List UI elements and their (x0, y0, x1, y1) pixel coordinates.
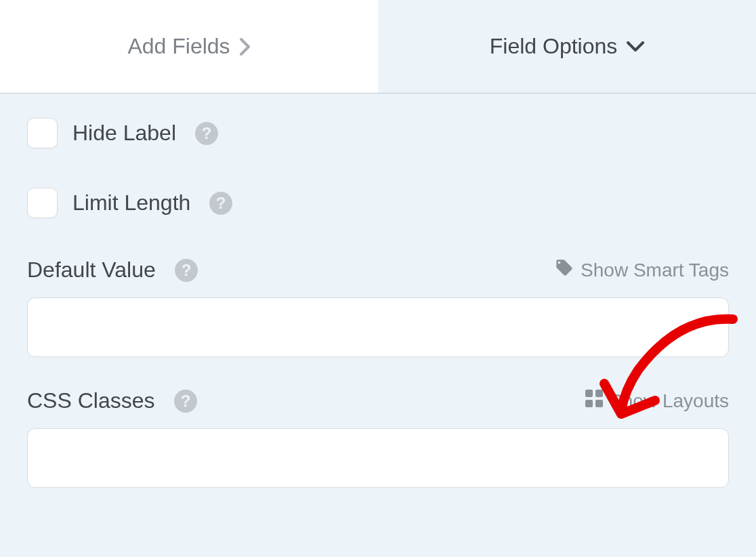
tag-icon (555, 258, 574, 282)
css-classes-label: CSS Classes (27, 388, 155, 413)
limit-length-text: Limit Length (72, 190, 190, 215)
tabs-container: Add Fields Field Options (0, 0, 756, 94)
limit-length-checkbox[interactable] (27, 188, 58, 218)
show-layouts-link[interactable]: Show Layouts (585, 390, 729, 412)
hide-label-row: Hide Label ? (27, 118, 729, 148)
tab-add-fields-label: Add Fields (127, 34, 230, 59)
css-classes-input[interactable] (27, 428, 729, 488)
tab-add-fields[interactable]: Add Fields (0, 0, 378, 93)
tab-field-options[interactable]: Field Options (378, 0, 756, 93)
default-value-group: Default Value ? Show Smart Tags (27, 257, 729, 357)
help-icon[interactable]: ? (175, 259, 198, 282)
tab-field-options-label: Field Options (490, 34, 618, 59)
svg-text:?: ? (181, 261, 191, 279)
help-icon[interactable]: ? (195, 122, 218, 145)
chevron-down-icon (627, 41, 644, 52)
svg-rect-8 (585, 390, 593, 397)
field-options-panel: Hide Label ? Limit Length ? Default Valu… (0, 94, 756, 557)
svg-text:?: ? (202, 124, 212, 142)
default-value-label: Default Value (27, 257, 156, 283)
limit-length-row: Limit Length ? (27, 188, 729, 218)
svg-rect-10 (585, 400, 593, 407)
grid-icon (585, 390, 603, 412)
hide-label-text: Hide Label (72, 121, 176, 146)
default-value-header: Default Value ? Show Smart Tags (27, 257, 729, 283)
help-icon[interactable]: ? (209, 192, 232, 215)
css-classes-group: CSS Classes ? Show La (27, 388, 729, 488)
svg-rect-11 (595, 400, 603, 407)
default-value-input[interactable] (27, 297, 729, 357)
svg-rect-9 (595, 390, 603, 397)
svg-text:?: ? (180, 392, 190, 410)
show-layouts-text: Show Layouts (610, 390, 729, 412)
show-smart-tags-text: Show Smart Tags (581, 260, 729, 281)
chevron-right-icon (240, 38, 251, 56)
css-classes-header: CSS Classes ? Show La (27, 388, 729, 413)
help-icon[interactable]: ? (174, 390, 197, 413)
hide-label-checkbox[interactable] (27, 118, 58, 148)
show-smart-tags-link[interactable]: Show Smart Tags (555, 258, 729, 282)
svg-text:?: ? (216, 194, 226, 212)
